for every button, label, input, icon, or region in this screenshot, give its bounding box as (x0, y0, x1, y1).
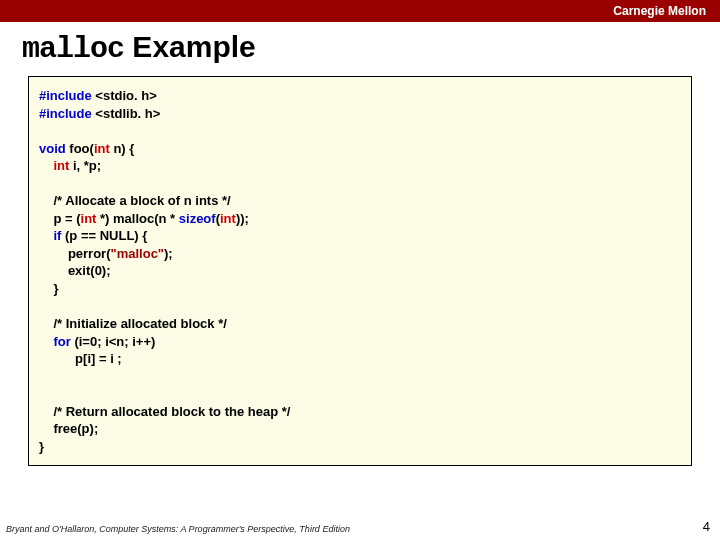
exit-end: ); (102, 263, 111, 278)
perror-end: ); (164, 246, 173, 261)
title-rest: Example (124, 30, 256, 63)
type-int-decl: int (53, 158, 69, 173)
num-zero-exit: 0 (95, 263, 102, 278)
for-rest: ; i<n; i++) (97, 334, 155, 349)
comment-return: /* Return allocated block to the heap */ (39, 404, 290, 419)
assign-pre: p = ( (39, 211, 81, 226)
kw-for: for (53, 334, 70, 349)
decl-pre (39, 158, 53, 173)
hdr-stdlib: <stdlib. h> (95, 106, 160, 121)
if-cond: (p == NULL) { (61, 228, 147, 243)
for-open: (i= (71, 334, 90, 349)
slide-title: malloc Example (0, 22, 720, 76)
fn-arg-end: n) { (110, 141, 135, 156)
comment-init: /* Initialize allocated block */ (39, 316, 227, 331)
kw-sizeof: sizeof (179, 211, 216, 226)
footer: Bryant and O'Hallaron, Computer Systems:… (6, 519, 710, 534)
decl-rest: i, *p; (69, 158, 101, 173)
kw-include1: #include (39, 88, 95, 103)
org-label: Carnegie Mellon (613, 4, 706, 18)
kw-include2: #include (39, 106, 95, 121)
for-pre (39, 334, 53, 349)
type-int-arg: int (94, 141, 110, 156)
code-box: #include <stdio. h> #include <stdlib. h>… (28, 76, 692, 466)
perror-pre: perror( (39, 246, 111, 261)
assign-end: )); (236, 211, 249, 226)
fn-name: foo( (66, 141, 94, 156)
close-brace-fn: } (39, 439, 44, 454)
close-brace-if: } (39, 281, 59, 296)
code-listing: #include <stdio. h> #include <stdlib. h>… (39, 87, 681, 455)
str-malloc: "malloc" (111, 246, 165, 261)
hdr-stdio: <stdio. h> (95, 88, 156, 103)
slide: Carnegie Mellon malloc Example #include … (0, 0, 720, 540)
free-call: free(p); (39, 421, 98, 436)
loop-body: p[i] = i ; (39, 351, 122, 366)
kw-void: void (39, 141, 66, 156)
page-number: 4 (703, 519, 710, 534)
title-mono: malloc (22, 32, 124, 66)
if-pre (39, 228, 53, 243)
assign-mid: *) malloc(n * (96, 211, 178, 226)
exit-pre: exit( (39, 263, 95, 278)
type-int-cast: int (81, 211, 97, 226)
type-int-sizeof: int (220, 211, 236, 226)
header-bar: Carnegie Mellon (0, 0, 720, 22)
citation: Bryant and O'Hallaron, Computer Systems:… (6, 524, 350, 534)
comment-alloc: /* Allocate a block of n ints */ (39, 193, 231, 208)
